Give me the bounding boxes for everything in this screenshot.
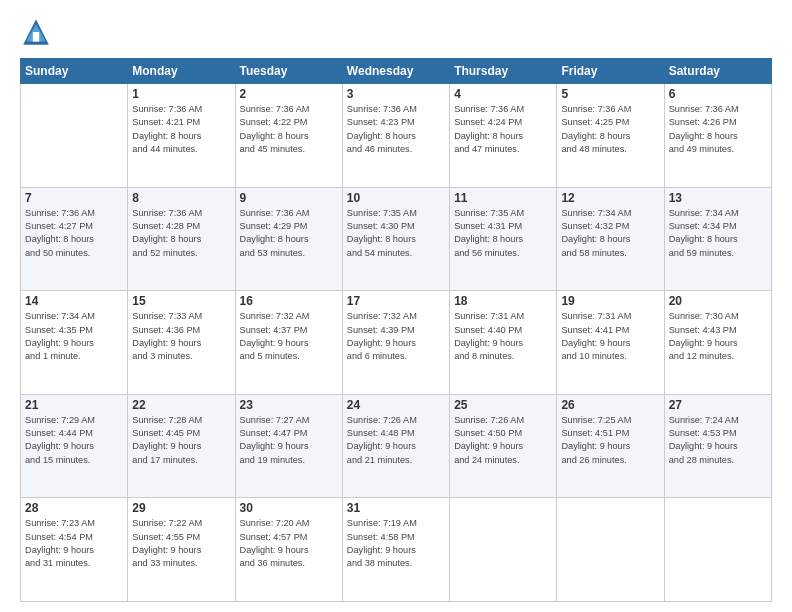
day-info: Sunrise: 7:23 AM Sunset: 4:54 PM Dayligh… xyxy=(25,517,123,570)
weekday-header: Friday xyxy=(557,59,664,84)
day-number: 16 xyxy=(240,294,338,308)
day-number: 8 xyxy=(132,191,230,205)
day-number: 5 xyxy=(561,87,659,101)
day-info: Sunrise: 7:31 AM Sunset: 4:41 PM Dayligh… xyxy=(561,310,659,363)
calendar-week-row: 21Sunrise: 7:29 AM Sunset: 4:44 PM Dayli… xyxy=(21,394,772,498)
day-info: Sunrise: 7:29 AM Sunset: 4:44 PM Dayligh… xyxy=(25,414,123,467)
day-number: 14 xyxy=(25,294,123,308)
calendar-table: SundayMondayTuesdayWednesdayThursdayFrid… xyxy=(20,58,772,602)
day-number: 21 xyxy=(25,398,123,412)
day-info: Sunrise: 7:34 AM Sunset: 4:35 PM Dayligh… xyxy=(25,310,123,363)
calendar-day-cell: 26Sunrise: 7:25 AM Sunset: 4:51 PM Dayli… xyxy=(557,394,664,498)
day-number: 18 xyxy=(454,294,552,308)
calendar-day-cell: 3Sunrise: 7:36 AM Sunset: 4:23 PM Daylig… xyxy=(342,84,449,188)
day-number: 11 xyxy=(454,191,552,205)
calendar-day-cell xyxy=(664,498,771,602)
weekday-header: Monday xyxy=(128,59,235,84)
calendar-day-cell: 31Sunrise: 7:19 AM Sunset: 4:58 PM Dayli… xyxy=(342,498,449,602)
calendar-day-cell: 28Sunrise: 7:23 AM Sunset: 4:54 PM Dayli… xyxy=(21,498,128,602)
calendar-day-cell: 2Sunrise: 7:36 AM Sunset: 4:22 PM Daylig… xyxy=(235,84,342,188)
day-info: Sunrise: 7:32 AM Sunset: 4:37 PM Dayligh… xyxy=(240,310,338,363)
calendar-day-cell: 7Sunrise: 7:36 AM Sunset: 4:27 PM Daylig… xyxy=(21,187,128,291)
day-info: Sunrise: 7:36 AM Sunset: 4:22 PM Dayligh… xyxy=(240,103,338,156)
calendar-week-row: 14Sunrise: 7:34 AM Sunset: 4:35 PM Dayli… xyxy=(21,291,772,395)
calendar-day-cell: 27Sunrise: 7:24 AM Sunset: 4:53 PM Dayli… xyxy=(664,394,771,498)
day-info: Sunrise: 7:19 AM Sunset: 4:58 PM Dayligh… xyxy=(347,517,445,570)
day-info: Sunrise: 7:36 AM Sunset: 4:28 PM Dayligh… xyxy=(132,207,230,260)
day-number: 9 xyxy=(240,191,338,205)
calendar-day-cell: 8Sunrise: 7:36 AM Sunset: 4:28 PM Daylig… xyxy=(128,187,235,291)
day-info: Sunrise: 7:26 AM Sunset: 4:48 PM Dayligh… xyxy=(347,414,445,467)
calendar-week-row: 7Sunrise: 7:36 AM Sunset: 4:27 PM Daylig… xyxy=(21,187,772,291)
day-number: 17 xyxy=(347,294,445,308)
calendar-day-cell: 29Sunrise: 7:22 AM Sunset: 4:55 PM Dayli… xyxy=(128,498,235,602)
day-number: 23 xyxy=(240,398,338,412)
day-number: 1 xyxy=(132,87,230,101)
calendar-day-cell: 13Sunrise: 7:34 AM Sunset: 4:34 PM Dayli… xyxy=(664,187,771,291)
day-number: 31 xyxy=(347,501,445,515)
calendar-day-cell: 24Sunrise: 7:26 AM Sunset: 4:48 PM Dayli… xyxy=(342,394,449,498)
day-info: Sunrise: 7:36 AM Sunset: 4:25 PM Dayligh… xyxy=(561,103,659,156)
day-info: Sunrise: 7:25 AM Sunset: 4:51 PM Dayligh… xyxy=(561,414,659,467)
day-number: 24 xyxy=(347,398,445,412)
calendar-day-cell: 25Sunrise: 7:26 AM Sunset: 4:50 PM Dayli… xyxy=(450,394,557,498)
day-info: Sunrise: 7:22 AM Sunset: 4:55 PM Dayligh… xyxy=(132,517,230,570)
calendar-week-row: 1Sunrise: 7:36 AM Sunset: 4:21 PM Daylig… xyxy=(21,84,772,188)
calendar-day-cell: 11Sunrise: 7:35 AM Sunset: 4:31 PM Dayli… xyxy=(450,187,557,291)
calendar-day-cell: 17Sunrise: 7:32 AM Sunset: 4:39 PM Dayli… xyxy=(342,291,449,395)
calendar-body: 1Sunrise: 7:36 AM Sunset: 4:21 PM Daylig… xyxy=(21,84,772,602)
day-number: 30 xyxy=(240,501,338,515)
day-number: 13 xyxy=(669,191,767,205)
calendar-day-cell: 21Sunrise: 7:29 AM Sunset: 4:44 PM Dayli… xyxy=(21,394,128,498)
day-info: Sunrise: 7:28 AM Sunset: 4:45 PM Dayligh… xyxy=(132,414,230,467)
calendar-day-cell: 18Sunrise: 7:31 AM Sunset: 4:40 PM Dayli… xyxy=(450,291,557,395)
calendar-day-cell xyxy=(21,84,128,188)
day-info: Sunrise: 7:32 AM Sunset: 4:39 PM Dayligh… xyxy=(347,310,445,363)
day-info: Sunrise: 7:27 AM Sunset: 4:47 PM Dayligh… xyxy=(240,414,338,467)
day-number: 12 xyxy=(561,191,659,205)
calendar-day-cell: 19Sunrise: 7:31 AM Sunset: 4:41 PM Dayli… xyxy=(557,291,664,395)
day-number: 26 xyxy=(561,398,659,412)
day-info: Sunrise: 7:33 AM Sunset: 4:36 PM Dayligh… xyxy=(132,310,230,363)
calendar-week-row: 28Sunrise: 7:23 AM Sunset: 4:54 PM Dayli… xyxy=(21,498,772,602)
day-info: Sunrise: 7:36 AM Sunset: 4:26 PM Dayligh… xyxy=(669,103,767,156)
calendar-day-cell: 14Sunrise: 7:34 AM Sunset: 4:35 PM Dayli… xyxy=(21,291,128,395)
weekday-header: Thursday xyxy=(450,59,557,84)
calendar-day-cell xyxy=(557,498,664,602)
day-number: 10 xyxy=(347,191,445,205)
day-number: 2 xyxy=(240,87,338,101)
day-info: Sunrise: 7:36 AM Sunset: 4:23 PM Dayligh… xyxy=(347,103,445,156)
calendar-day-cell: 9Sunrise: 7:36 AM Sunset: 4:29 PM Daylig… xyxy=(235,187,342,291)
weekday-header: Saturday xyxy=(664,59,771,84)
calendar-day-cell: 10Sunrise: 7:35 AM Sunset: 4:30 PM Dayli… xyxy=(342,187,449,291)
calendar-day-cell: 20Sunrise: 7:30 AM Sunset: 4:43 PM Dayli… xyxy=(664,291,771,395)
calendar-day-cell: 1Sunrise: 7:36 AM Sunset: 4:21 PM Daylig… xyxy=(128,84,235,188)
calendar-day-cell: 16Sunrise: 7:32 AM Sunset: 4:37 PM Dayli… xyxy=(235,291,342,395)
day-number: 4 xyxy=(454,87,552,101)
day-info: Sunrise: 7:34 AM Sunset: 4:32 PM Dayligh… xyxy=(561,207,659,260)
day-info: Sunrise: 7:26 AM Sunset: 4:50 PM Dayligh… xyxy=(454,414,552,467)
calendar-day-cell: 6Sunrise: 7:36 AM Sunset: 4:26 PM Daylig… xyxy=(664,84,771,188)
day-number: 15 xyxy=(132,294,230,308)
header xyxy=(20,16,772,48)
calendar-day-cell: 5Sunrise: 7:36 AM Sunset: 4:25 PM Daylig… xyxy=(557,84,664,188)
day-info: Sunrise: 7:36 AM Sunset: 4:24 PM Dayligh… xyxy=(454,103,552,156)
calendar-day-cell: 23Sunrise: 7:27 AM Sunset: 4:47 PM Dayli… xyxy=(235,394,342,498)
logo-icon xyxy=(20,16,52,48)
day-number: 19 xyxy=(561,294,659,308)
weekday-header: Sunday xyxy=(21,59,128,84)
calendar-header-row: SundayMondayTuesdayWednesdayThursdayFrid… xyxy=(21,59,772,84)
day-info: Sunrise: 7:35 AM Sunset: 4:30 PM Dayligh… xyxy=(347,207,445,260)
day-number: 28 xyxy=(25,501,123,515)
day-number: 29 xyxy=(132,501,230,515)
calendar-day-cell: 15Sunrise: 7:33 AM Sunset: 4:36 PM Dayli… xyxy=(128,291,235,395)
calendar-day-cell: 12Sunrise: 7:34 AM Sunset: 4:32 PM Dayli… xyxy=(557,187,664,291)
day-info: Sunrise: 7:36 AM Sunset: 4:21 PM Dayligh… xyxy=(132,103,230,156)
day-number: 6 xyxy=(669,87,767,101)
day-number: 20 xyxy=(669,294,767,308)
day-info: Sunrise: 7:35 AM Sunset: 4:31 PM Dayligh… xyxy=(454,207,552,260)
calendar-day-cell: 30Sunrise: 7:20 AM Sunset: 4:57 PM Dayli… xyxy=(235,498,342,602)
weekday-header: Wednesday xyxy=(342,59,449,84)
day-number: 22 xyxy=(132,398,230,412)
calendar-day-cell: 4Sunrise: 7:36 AM Sunset: 4:24 PM Daylig… xyxy=(450,84,557,188)
